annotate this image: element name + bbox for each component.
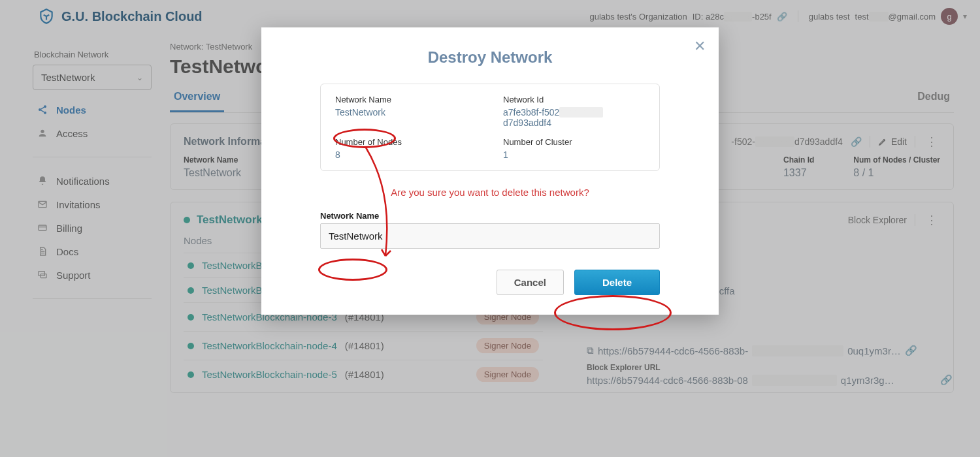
field-label: Number of Cluster [503,137,645,147]
field-value-cluster: 1 [503,150,645,160]
cancel-button[interactable]: Cancel [497,270,564,295]
field-value-nodes: 8 [335,150,477,160]
delete-button[interactable]: Delete [574,270,660,295]
destroy-network-modal: ✕ Destroy Network Network Name TestNetwo… [261,27,719,315]
field-label: Number of Nodes [335,137,477,147]
field-label: Network Name [335,95,477,104]
field-value-network-id: a7fe3b8f-f502xxxxxxxxxd7d93addf4 [503,107,645,128]
modal-title: Destroy Network [282,48,698,67]
field-value-network-name: TestNetwork [335,107,477,118]
close-icon[interactable]: ✕ [694,38,706,55]
modal-summary-card: Network Name TestNetwork Network Id a7fe… [320,84,660,171]
input-label: Network Name [320,211,660,221]
network-name-input[interactable] [320,223,660,249]
field-label: Network Id [503,95,645,104]
confirm-warning-text: Are you sure you want to delete this net… [282,187,698,198]
